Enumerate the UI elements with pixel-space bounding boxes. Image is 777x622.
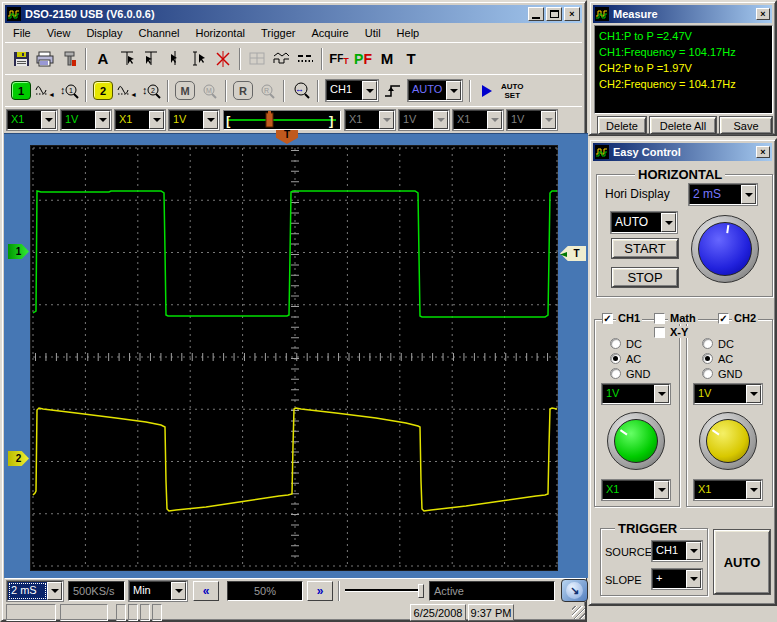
slope-rising-icon[interactable] [381,79,405,103]
menu-file[interactable]: File [5,25,39,41]
ch1-probe-combo[interactable]: X1 [7,110,57,130]
separator [317,80,319,102]
measure-save-button[interactable]: Save [720,117,772,134]
trigger-position-slider[interactable]: [ ] [223,110,341,130]
waveform-style-button[interactable] [269,47,293,71]
ref-enable-button[interactable]: R [233,81,253,100]
math-enable-button[interactable]: M [175,81,195,100]
menu-acquire[interactable]: Acquire [303,25,356,41]
measure-delete-all-button[interactable]: Delete All [650,117,716,134]
menu-view[interactable]: View [39,25,79,41]
hori-mode-combo[interactable]: AUTO [611,212,677,233]
autoset-button[interactable]: AUTO SET [501,82,524,100]
dropdown-arrow-icon [686,542,701,560]
slider-handle[interactable] [418,584,424,598]
start-button[interactable]: START [612,239,678,258]
ch1-dc-radio[interactable] [610,338,621,349]
ch2-vzoom-button[interactable]: ↕2 [139,79,163,103]
cursor-horizontal-button[interactable] [115,47,139,71]
position-slider[interactable] [345,581,425,601]
dotted-line-button[interactable] [293,47,317,71]
menu-display[interactable]: Display [78,25,130,41]
menu-help[interactable]: Help [389,25,428,41]
pass-fail-button[interactable]: PF [351,47,375,71]
ch2-ac-radio[interactable] [702,353,713,364]
ref-vzoom-button[interactable]: R [255,79,279,103]
trigger-source-panel-combo[interactable]: CH1 [652,541,702,561]
hzoom-button[interactable]: ↔ [289,79,313,103]
ch2-dc-radio[interactable] [702,338,713,349]
hori-timebase-combo[interactable]: 2 mS [689,184,757,205]
ch2-marker[interactable]: 2 [8,451,29,466]
maximize-button[interactable] [546,7,562,21]
close-button[interactable]: × [564,7,580,21]
cursor-ibeam-button[interactable] [187,47,211,71]
print-button[interactable] [33,47,57,71]
timebase-value: 2 mS [8,582,47,600]
fft-button[interactable]: FFT [327,47,351,71]
time-tool-button[interactable]: T [399,47,423,71]
ch2-volts-panel-combo[interactable]: 1V [694,384,762,404]
ch2-probe-panel-combo[interactable]: X1 [694,480,762,500]
easy-control-title-bar[interactable]: Easy Control × [593,143,772,161]
trigger-mode-value: AUTO [409,81,446,100]
ch1-position-knob[interactable] [607,412,665,470]
measure-close-button[interactable]: × [756,8,770,20]
scroll-right-button[interactable]: » [307,581,333,601]
xy-checkbox[interactable] [654,327,665,338]
panel-toggle-button[interactable]: ↘ [561,579,588,602]
slider-track: [ ] [224,111,340,129]
ch2-enable-button[interactable]: 2 [93,81,113,100]
easy-control-close-button[interactable]: × [756,146,770,158]
setup-button[interactable] [57,47,81,71]
ch2-position-knob[interactable] [699,412,757,470]
ch2-waveform-icon[interactable]: ◄2 [115,79,139,103]
acquisition-combo[interactable]: Min [129,581,187,601]
ch2-volts-combo[interactable]: 1V [169,110,219,130]
ch1-checkbox[interactable]: ✓ [602,313,613,324]
separator [469,80,471,102]
ch1-vzoom-button[interactable]: ↕1 [57,79,81,103]
trigger-position-marker[interactable]: T [276,130,298,144]
delete-cursor-button[interactable] [211,47,235,71]
timebase-combo[interactable]: 2 mS [7,581,63,601]
trigger-auto-button[interactable]: AUTO [714,530,770,594]
cursor-arrow-button[interactable] [163,47,187,71]
run-button[interactable] [475,79,499,103]
ch1-volts-panel-combo[interactable]: 1V [602,384,670,404]
ch1-ac-radio[interactable] [610,353,621,364]
trigger-mode-combo[interactable]: AUTO [408,80,462,101]
minimize-button[interactable] [528,7,544,21]
menu-horizontal[interactable]: Horizontal [187,25,253,41]
ch1-gnd-radio[interactable] [610,368,621,379]
ch2-checkbox[interactable]: ✓ [718,313,729,324]
xy-checkbox-label: X-Y [668,326,690,338]
measure-tool-button[interactable]: M [375,47,399,71]
menu-channel[interactable]: Channel [130,25,187,41]
math-vzoom-button[interactable]: M [197,79,221,103]
cursor-vertical-button[interactable] [139,47,163,71]
menu-util[interactable]: Util [357,25,389,41]
text-annotation-button[interactable]: A [91,47,115,71]
trigger-slope-combo[interactable]: + [652,569,702,589]
measure-delete-button[interactable]: Delete [598,117,646,134]
ch2-gnd-radio[interactable] [702,368,713,379]
menu-trigger[interactable]: Trigger [253,25,303,41]
stop-button[interactable]: STOP [612,268,678,287]
ch1-marker[interactable]: 1 [8,244,29,259]
ch2-probe-combo[interactable]: X1 [115,110,165,130]
horizontal-knob[interactable] [691,215,759,283]
math-checkbox[interactable] [654,313,665,324]
ch1-volts-combo[interactable]: 1V [61,110,111,130]
measure-reading: CH2:P to P =1.97V [595,60,772,76]
ch1-waveform-icon[interactable]: ◄1 [33,79,57,103]
grid-toggle-icon[interactable] [245,47,269,71]
save-button[interactable] [9,47,33,71]
ch1-enable-button[interactable]: 1 [11,81,31,100]
ch1-probe-panel-combo[interactable]: X1 [602,480,670,500]
trigger-source-combo[interactable]: CH1 [326,80,378,101]
measure-title-bar[interactable]: Measure × [593,5,772,23]
scroll-left-button[interactable]: « [193,581,219,601]
title-bar[interactable]: DSO-2150 USB (V6.0.0.6) × [5,5,582,23]
resize-grip[interactable] [572,606,585,619]
